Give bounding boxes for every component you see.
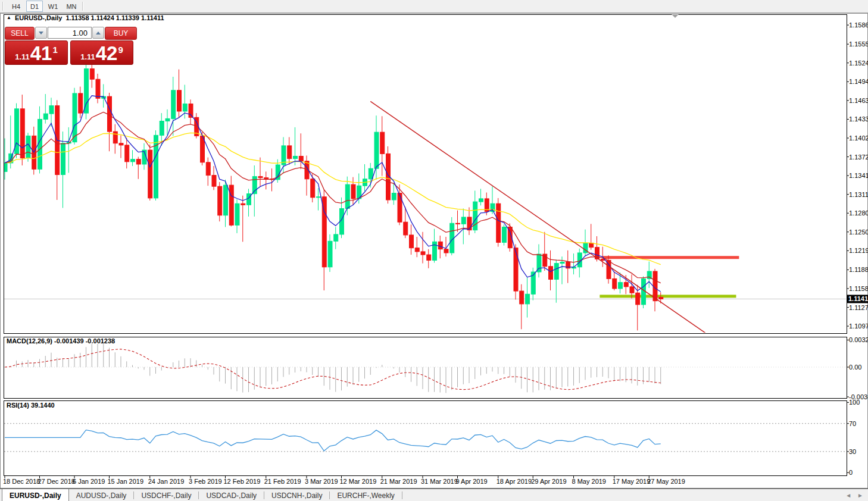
axis-label: 1.14940	[849, 78, 868, 85]
tab-usdcad-daily[interactable]: USDCAD-,Daily	[199, 489, 264, 501]
axis-label: 1.12805	[849, 209, 868, 217]
axis-label: 1.10970	[849, 322, 868, 330]
axis-label: 18 Apr 2019	[497, 478, 532, 485]
axis-label: 1.11885	[849, 266, 868, 273]
symbol-triangle-icon: ▲	[7, 15, 11, 21]
axis-label: 0.00328	[849, 336, 868, 343]
sell-price-big: 41	[30, 43, 52, 63]
buy-price-prefix: 1.11	[80, 52, 95, 61]
axis-label: 24 Jan 2019	[148, 478, 185, 485]
timeframe-mn-button[interactable]: MN	[63, 1, 80, 12]
tab-audusd-daily[interactable]: AUDUSD-,Daily	[69, 489, 134, 501]
axis-label: 70	[849, 420, 856, 427]
axis-label: 1.13415	[849, 172, 868, 179]
volume-decrease-button[interactable]	[35, 27, 47, 39]
axis-label: 18 Dec 2018	[3, 478, 40, 485]
timeframe-toolbar: H4 D1 W1 MN	[0, 0, 868, 13]
axis-label: 9 Apr 2019	[456, 478, 488, 485]
axis-label: 27 May 2019	[647, 478, 685, 485]
buy-quote-box[interactable]: 1.11 42 9	[70, 40, 133, 65]
timeframe-h4-button[interactable]: H4	[8, 1, 24, 12]
axis-label: 12 Mar 2019	[340, 478, 377, 485]
axis-label: 1.14330	[849, 115, 868, 123]
axis-label: 1.12500	[849, 228, 868, 236]
tab-scroll-right-icon[interactable]: ►	[857, 492, 863, 499]
sell-price-prefix: 1.11	[15, 52, 30, 61]
axis-label: 1.11275	[849, 304, 868, 311]
axis-label: 29 Apr 2019	[531, 478, 566, 485]
rsi-label: RSI(14) 39.1440	[7, 402, 55, 409]
axis-label: 0	[849, 469, 853, 476]
chevron-up-icon	[96, 32, 101, 35]
axis-label: 1.12195	[849, 247, 868, 254]
axis-label: 1.13720	[849, 154, 868, 161]
axis-label: 3 Mar 2019	[305, 478, 338, 485]
axis-label: 1.13110	[849, 191, 868, 198]
one-click-trading-panel: SELL BUY 1.11 41 1 1.11 42 9	[5, 27, 138, 65]
chart-symbol-label: EURUSD-,Daily	[15, 14, 62, 21]
chart-canvas[interactable]: 1.158601.155501.152451.149401.146351.143…	[0, 0, 868, 501]
toolbar-grip	[2, 2, 4, 11]
axis-label: 15 Jan 2019	[108, 478, 144, 485]
tab-scroll-left-icon[interactable]: ◄	[845, 492, 851, 499]
axis-label: 27 Dec 2018	[38, 478, 75, 485]
axis-label: 1.15245	[849, 60, 868, 67]
chevron-down-icon	[39, 32, 43, 35]
axis-label: 31 Mar 2019	[421, 478, 458, 485]
axis-label: 0.00	[849, 364, 861, 371]
mt4-window: 1.158601.155501.152451.149401.146351.143…	[0, 0, 868, 501]
axis-label: 100	[849, 399, 860, 406]
axis-label: 1.14635	[849, 97, 868, 104]
tab-usdcnh-daily[interactable]: USDCNH-,Daily	[264, 489, 329, 501]
sell-quote-box[interactable]: 1.11 41 1	[5, 40, 68, 65]
axis-label: 12 Feb 2019	[224, 478, 261, 485]
axis-label: 21 Mar 2019	[380, 478, 417, 485]
axis-label: 17 May 2019	[613, 478, 651, 485]
tab-eurchf-weekly[interactable]: EURCHF-,Weekly	[330, 489, 401, 501]
chart-title: ▲ EURUSD-,Daily 1.11358 1.11424 1.11339 …	[7, 14, 164, 21]
chart-tab-bar: EURUSD-,Daily AUDUSD-,Daily USDCHF-,Dail…	[0, 489, 868, 501]
axis-label: 3 Feb 2019	[189, 478, 222, 485]
toolbar-separator	[82, 2, 83, 11]
axis-label: 1.15860	[849, 21, 868, 29]
tab-divider	[402, 491, 402, 499]
axis-label: 30	[849, 448, 856, 455]
buy-price-big: 42	[96, 43, 118, 63]
tab-usdchf-daily[interactable]: USDCHF-,Daily	[134, 489, 198, 501]
axis-label: 8 May 2019	[572, 478, 606, 485]
axis-label: 1.11580	[849, 285, 868, 292]
sell-button[interactable]: SELL	[5, 27, 35, 40]
timeframe-d1-button[interactable]: D1	[26, 1, 43, 12]
macd-label: MACD(12,26,9) -0.001439 -0.001238	[7, 337, 115, 345]
axis-label: 1.15550	[849, 40, 868, 48]
axis-label: 6 Jan 2019	[73, 478, 105, 485]
axis-label: 1.14025	[849, 134, 868, 142]
volume-increase-button[interactable]	[92, 27, 104, 39]
axis-label: 1.11411	[848, 295, 868, 302]
buy-price-pip: 9	[118, 45, 123, 55]
volume-input[interactable]	[48, 27, 92, 39]
axis-label: 21 Feb 2019	[264, 478, 301, 485]
sell-price-pip: 1	[52, 45, 57, 55]
buy-button[interactable]: BUY	[105, 27, 137, 40]
timeframe-w1-button[interactable]: W1	[45, 1, 61, 12]
chart-ohlc-values: 1.11358 1.11424 1.11339 1.11411	[65, 14, 164, 21]
tab-eurusd-daily[interactable]: EURUSD-,Daily	[2, 489, 69, 501]
